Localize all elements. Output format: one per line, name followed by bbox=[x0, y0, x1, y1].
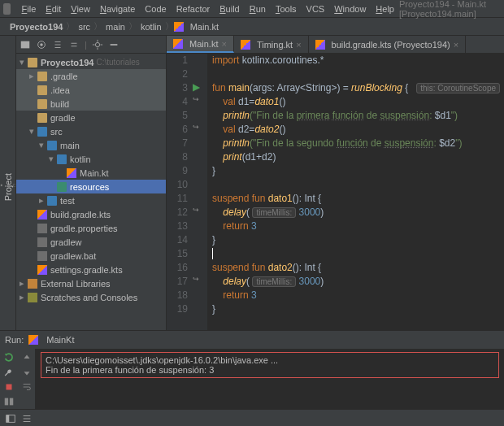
folder-icon bbox=[37, 99, 47, 109]
menu-vcs[interactable]: VCS bbox=[302, 4, 330, 14]
down-icon[interactable] bbox=[21, 367, 33, 378]
settings-icon[interactable] bbox=[92, 39, 103, 50]
crumb-kotlin[interactable]: kotlin bbox=[137, 22, 165, 32]
layout-icon[interactable] bbox=[3, 396, 15, 407]
line-number[interactable]: 5 bbox=[167, 109, 188, 123]
line-number[interactable]: 4 bbox=[167, 95, 188, 109]
line-number[interactable]: 17 bbox=[167, 275, 188, 289]
line-number-gutter[interactable]: 12345678910111213141516171819 bbox=[167, 54, 193, 330]
tree-root[interactable]: ▾ Proyecto194 C:\tutoriales bbox=[16, 55, 166, 69]
menu-refactor[interactable]: Refactor bbox=[172, 4, 215, 14]
menu-file[interactable]: File bbox=[17, 4, 41, 14]
tree-item-main[interactable]: ▾main bbox=[16, 138, 166, 152]
run-config-icon bbox=[28, 335, 38, 345]
line-number[interactable]: 15 bbox=[167, 247, 188, 261]
line-number[interactable]: 11 bbox=[167, 192, 188, 206]
menu-view[interactable]: View bbox=[66, 4, 95, 14]
close-tab-icon[interactable]: × bbox=[454, 40, 458, 50]
tool-window-rail: Project bbox=[0, 36, 16, 330]
tree-item-settings-gradle-kts[interactable]: settings.gradle.kts bbox=[16, 263, 166, 276]
line-number[interactable]: 1 bbox=[167, 54, 188, 67]
line-number[interactable]: 18 bbox=[167, 289, 188, 302]
intellij-icon bbox=[3, 3, 11, 15]
console-output[interactable]: C:\Users\diegomoisset\.jdks\openjdk-16.0… bbox=[36, 349, 504, 409]
tree-item-label: src bbox=[50, 127, 63, 137]
tree-item-resources[interactable]: resources bbox=[16, 180, 166, 193]
crumb-file[interactable]: Main.kt bbox=[187, 22, 222, 32]
tree-item-build-gradle-kts[interactable]: build.gradle.kts bbox=[16, 207, 166, 221]
rerun-icon[interactable] bbox=[3, 352, 15, 363]
tree-item-label: build bbox=[50, 99, 69, 109]
line-number[interactable]: 19 bbox=[167, 302, 188, 316]
tree-item-gradle-properties[interactable]: gradle.properties bbox=[16, 221, 166, 235]
bookmarks-icon[interactable] bbox=[0, 180, 3, 191]
hide-icon[interactable] bbox=[108, 39, 119, 50]
crumb-main[interactable]: main bbox=[102, 22, 128, 32]
editor-tab-build-gradle-kts-Proyecto194-[interactable]: build.gradle.kts (Proyecto194)× bbox=[309, 36, 467, 53]
tree-item--idea[interactable]: .idea bbox=[16, 83, 166, 97]
editor-tabs: Main.kt×Timing.kt×build.gradle.kts (Proy… bbox=[167, 36, 504, 54]
gutter-icons[interactable]: ▶ ↪ ↪ ↪ ↪ bbox=[193, 54, 207, 330]
project-rail-label[interactable]: Project bbox=[3, 173, 13, 201]
tree-item-label: test bbox=[60, 196, 75, 206]
tree-item-Main-kt[interactable]: Main.kt bbox=[16, 166, 166, 180]
line-number[interactable]: 12 bbox=[167, 206, 188, 220]
line-number[interactable]: 7 bbox=[167, 137, 188, 150]
tree-item-gradlew[interactable]: gradlew bbox=[16, 235, 166, 249]
close-tab-icon[interactable]: × bbox=[221, 39, 226, 49]
soft-wrap-icon[interactable] bbox=[21, 381, 33, 393]
menu-help[interactable]: Help bbox=[371, 4, 399, 14]
crumb-src[interactable]: src bbox=[75, 22, 93, 32]
tree-item--gradle[interactable]: ▸.gradle bbox=[16, 69, 166, 83]
crumb-project[interactable]: Proyecto194 bbox=[7, 22, 66, 32]
stop-icon[interactable] bbox=[3, 381, 15, 393]
tree-item-build[interactable]: build bbox=[16, 97, 166, 111]
collapse-all-icon[interactable] bbox=[68, 39, 80, 50]
tree-item-label: gradle bbox=[50, 113, 76, 123]
line-number[interactable]: 16 bbox=[167, 261, 188, 275]
wrench-icon[interactable] bbox=[3, 367, 15, 378]
menu-window[interactable]: Window bbox=[329, 4, 371, 14]
editor[interactable]: 12345678910111213141516171819 ▶ ↪ ↪ ↪ ↪ … bbox=[167, 54, 504, 330]
run-gutter-icon[interactable]: ▶ bbox=[193, 81, 207, 95]
expand-all-icon[interactable] bbox=[52, 39, 63, 50]
tree-item-label: settings.gradle.kts bbox=[50, 265, 123, 275]
menubar: File Edit View Navigate Code Refactor Bu… bbox=[0, 0, 504, 18]
line-number[interactable]: 9 bbox=[167, 164, 188, 178]
menu-navigate[interactable]: Navigate bbox=[95, 4, 140, 14]
project-view-icon[interactable] bbox=[20, 39, 31, 50]
code-text[interactable]: import kotlinx.coroutines.* fun main(arg… bbox=[207, 54, 504, 330]
select-opened-icon[interactable] bbox=[36, 39, 47, 50]
editor-area: Main.kt×Timing.kt×build.gradle.kts (Proy… bbox=[167, 36, 504, 330]
status-tool-icon[interactable] bbox=[5, 413, 16, 424]
tree-item-gradle[interactable]: gradle bbox=[16, 111, 166, 124]
tree-item-kotlin[interactable]: ▾kotlin bbox=[16, 152, 166, 166]
line-number[interactable]: 6 bbox=[167, 123, 188, 137]
up-icon[interactable] bbox=[21, 352, 33, 363]
tree-scratches[interactable]: ▸ Scratches and Consoles bbox=[16, 290, 166, 304]
menu-run[interactable]: Run bbox=[245, 4, 271, 14]
menu-build[interactable]: Build bbox=[215, 4, 244, 14]
project-tree[interactable]: ▾ Proyecto194 C:\tutoriales ▸.gradle.ide… bbox=[16, 54, 166, 306]
tree-item-gradlew-bat[interactable]: gradlew.bat bbox=[16, 249, 166, 263]
line-number[interactable]: 3 bbox=[167, 81, 188, 95]
close-tab-icon[interactable]: × bbox=[296, 40, 301, 50]
status-tool-icon2[interactable] bbox=[21, 413, 33, 424]
line-number[interactable]: 14 bbox=[167, 233, 188, 247]
line-number[interactable]: 8 bbox=[167, 150, 188, 164]
line-number[interactable]: 2 bbox=[167, 67, 188, 81]
project-tool-icon[interactable] bbox=[13, 180, 16, 191]
menu-tools[interactable]: Tools bbox=[271, 4, 302, 14]
run-header: Run: MainKt bbox=[0, 331, 504, 349]
tree-external-libs[interactable]: ▸ External Libraries bbox=[16, 276, 166, 290]
menu-edit[interactable]: Edit bbox=[41, 4, 66, 14]
menu-code[interactable]: Code bbox=[140, 4, 171, 14]
tree-item-test[interactable]: ▸test bbox=[16, 193, 166, 207]
svg-rect-5 bbox=[28, 279, 37, 289]
line-number[interactable]: 10 bbox=[167, 178, 188, 192]
editor-tab-Main-kt[interactable]: Main.kt× bbox=[167, 36, 234, 53]
run-config-name[interactable]: MainKt bbox=[46, 335, 74, 345]
tree-item-src[interactable]: ▾src bbox=[16, 124, 166, 138]
editor-tab-Timing-kt[interactable]: Timing.kt× bbox=[234, 36, 309, 53]
line-number[interactable]: 13 bbox=[167, 220, 188, 233]
